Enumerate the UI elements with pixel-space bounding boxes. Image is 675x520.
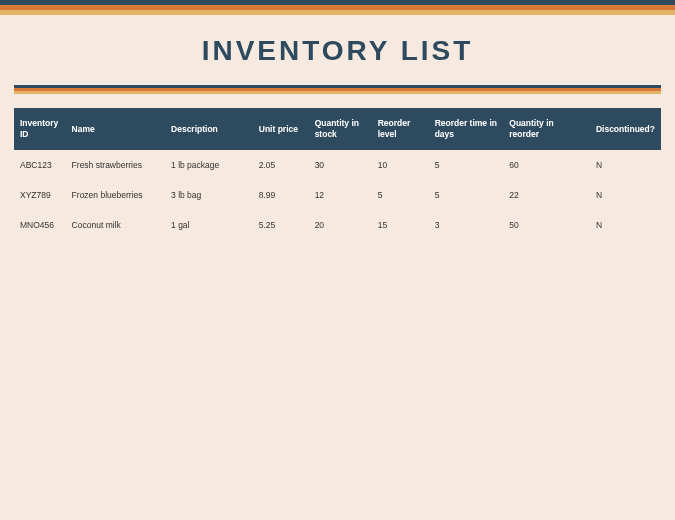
cell-description: 1 gal — [165, 210, 253, 240]
header-name: Name — [66, 108, 165, 150]
header-reorder-level: Reorder level — [372, 108, 429, 150]
header-qty-reorder: Quantity in reorder — [503, 108, 590, 150]
inventory-table: Inventory ID Name Description Unit price… — [14, 108, 661, 240]
inventory-table-wrapper: Inventory ID Name Description Unit price… — [14, 108, 661, 240]
top-stripe-group — [0, 0, 675, 15]
cell-reorder-level: 5 — [372, 180, 429, 210]
cell-discontinued: N — [590, 150, 661, 180]
table-header-row: Inventory ID Name Description Unit price… — [14, 108, 661, 150]
cell-qty-stock: 12 — [309, 180, 372, 210]
cell-reorder-time: 5 — [429, 180, 504, 210]
cell-reorder-time: 5 — [429, 150, 504, 180]
header-unit-price: Unit price — [253, 108, 309, 150]
cell-name: Frozen blueberries — [66, 180, 165, 210]
cell-inventory-id: ABC123 — [14, 150, 66, 180]
cell-qty-stock: 30 — [309, 150, 372, 180]
title-area: INVENTORY LIST — [0, 15, 675, 85]
header-reorder-time: Reorder time in days — [429, 108, 504, 150]
cell-description: 1 lb package — [165, 150, 253, 180]
cell-name: Fresh strawberries — [66, 150, 165, 180]
table-body: ABC123 Fresh strawberries 1 lb package 2… — [14, 150, 661, 240]
cell-qty-reorder: 60 — [503, 150, 590, 180]
cell-reorder-time: 3 — [429, 210, 504, 240]
page-title: INVENTORY LIST — [0, 35, 675, 67]
cell-inventory-id: MNO456 — [14, 210, 66, 240]
cell-reorder-level: 10 — [372, 150, 429, 180]
table-row: ABC123 Fresh strawberries 1 lb package 2… — [14, 150, 661, 180]
stripe-yellow — [14, 91, 661, 94]
cell-qty-reorder: 22 — [503, 180, 590, 210]
cell-unit-price: 5.25 — [253, 210, 309, 240]
cell-unit-price: 2.05 — [253, 150, 309, 180]
header-inventory-id: Inventory ID — [14, 108, 66, 150]
header-discontinued: Discontinued? — [590, 108, 661, 150]
cell-discontinued: N — [590, 180, 661, 210]
cell-description: 3 lb bag — [165, 180, 253, 210]
cell-discontinued: N — [590, 210, 661, 240]
cell-qty-reorder: 50 — [503, 210, 590, 240]
header-description: Description — [165, 108, 253, 150]
cell-name: Coconut milk — [66, 210, 165, 240]
mid-stripe-group — [14, 85, 661, 94]
cell-qty-stock: 20 — [309, 210, 372, 240]
cell-unit-price: 8.99 — [253, 180, 309, 210]
cell-inventory-id: XYZ789 — [14, 180, 66, 210]
table-row: XYZ789 Frozen blueberries 3 lb bag 8.99 … — [14, 180, 661, 210]
header-qty-stock: Quantity in stock — [309, 108, 372, 150]
cell-reorder-level: 15 — [372, 210, 429, 240]
table-row: MNO456 Coconut milk 1 gal 5.25 20 15 3 5… — [14, 210, 661, 240]
